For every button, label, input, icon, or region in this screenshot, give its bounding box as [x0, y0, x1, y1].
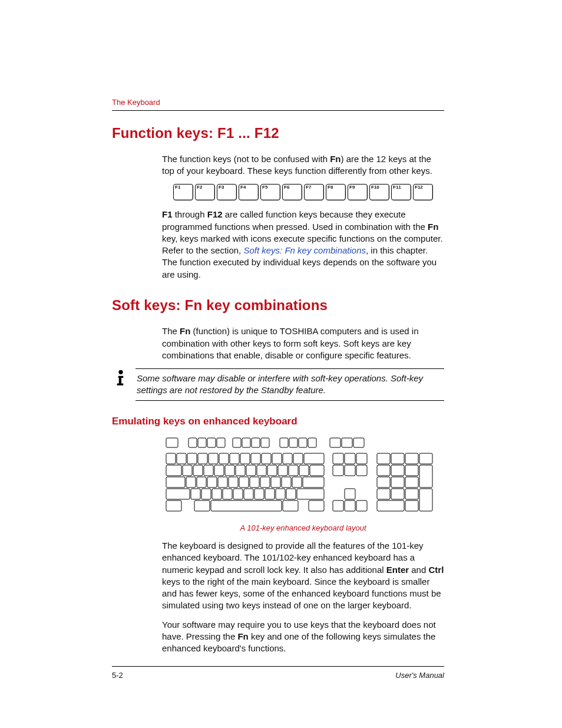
- svg-rect-43: [299, 465, 309, 476]
- svg-rect-59: [191, 489, 200, 499]
- svg-rect-62: [223, 489, 232, 499]
- svg-rect-58: [166, 489, 190, 499]
- svg-rect-54: [271, 477, 280, 487]
- running-header: The Keyboard: [112, 97, 444, 108]
- svg-rect-98: [405, 489, 418, 499]
- svg-rect-16: [353, 438, 364, 447]
- svg-rect-89: [377, 465, 390, 476]
- svg-rect-23: [230, 453, 239, 464]
- svg-rect-48: [207, 477, 217, 487]
- emulating-p2: Your software may require you to use key…: [162, 619, 444, 655]
- svg-rect-79: [345, 465, 355, 476]
- svg-rect-45: [166, 477, 185, 487]
- enter-bold: Enter: [386, 565, 409, 575]
- svg-rect-28: [283, 453, 292, 464]
- page-number: 5-2: [112, 670, 123, 681]
- svg-rect-101: [405, 500, 418, 511]
- svg-rect-63: [233, 489, 243, 499]
- footer-rule: [112, 666, 444, 667]
- svg-rect-12: [299, 438, 307, 447]
- keyboard-layout-figure: [162, 437, 444, 519]
- svg-rect-87: [405, 453, 418, 464]
- svg-rect-19: [187, 453, 197, 464]
- svg-rect-68: [286, 489, 296, 499]
- softkeys-crossref-link[interactable]: Soft keys: Fn key combinations: [243, 245, 366, 255]
- svg-rect-4: [207, 438, 216, 447]
- f12-bold: F12: [207, 209, 223, 219]
- svg-rect-6: [233, 438, 241, 447]
- svg-rect-66: [265, 489, 275, 499]
- heading-function-keys: Function keys: F1 ... F12: [112, 124, 444, 143]
- svg-rect-94: [391, 477, 404, 487]
- fkey-f12: F12: [413, 184, 433, 200]
- svg-rect-42: [289, 465, 298, 476]
- svg-rect-71: [194, 500, 210, 511]
- svg-rect-31: [166, 465, 181, 476]
- svg-rect-40: [267, 465, 277, 476]
- emulating-p1: The keyboard is designed to provide all …: [162, 540, 444, 612]
- svg-rect-17: [166, 453, 176, 464]
- svg-rect-57: [303, 477, 324, 487]
- svg-rect-8: [252, 438, 260, 447]
- svg-rect-38: [246, 465, 256, 476]
- svg-rect-55: [282, 477, 291, 487]
- fkey-f9: F9: [348, 184, 368, 200]
- svg-rect-2: [189, 438, 197, 447]
- svg-rect-15: [342, 438, 352, 447]
- fkey-f7: F7: [304, 184, 324, 200]
- svg-rect-41: [278, 465, 287, 476]
- svg-rect-37: [236, 465, 245, 476]
- svg-rect-50: [229, 477, 238, 487]
- fkey-f3: F3: [217, 184, 237, 200]
- svg-rect-46: [186, 477, 196, 487]
- svg-point-0: [118, 370, 123, 374]
- text: The keyboard is designed to provide all …: [162, 541, 424, 575]
- f1-bold: F1: [162, 209, 173, 219]
- svg-rect-27: [272, 453, 282, 464]
- svg-rect-93: [377, 477, 390, 487]
- svg-rect-90: [391, 465, 404, 476]
- svg-rect-64: [244, 489, 253, 499]
- svg-rect-18: [177, 453, 186, 464]
- svg-rect-97: [391, 489, 404, 499]
- fkey-f4: F4: [239, 184, 259, 200]
- svg-rect-96: [377, 489, 390, 499]
- softkeys-intro: The Fn (function) is unique to TOSHIBA c…: [162, 325, 444, 361]
- text: (function) is unique to TOSHIBA computer…: [162, 326, 419, 360]
- svg-rect-67: [276, 489, 285, 499]
- text: The: [162, 326, 180, 336]
- subheading-emulating: Emulating keys on enhanced keyboard: [112, 415, 444, 429]
- svg-rect-13: [308, 438, 316, 447]
- header-rule: [112, 110, 444, 111]
- function-key-row-figure: F1F2F3F4F5F6F7F8F9F10F11F12: [162, 184, 444, 200]
- svg-rect-14: [330, 438, 340, 447]
- svg-rect-80: [356, 465, 367, 476]
- fkey-f8: F8: [326, 184, 346, 200]
- text: The function keys (not to be confused wi…: [162, 154, 330, 164]
- svg-rect-3: [198, 438, 206, 447]
- svg-rect-47: [197, 477, 206, 487]
- figure-caption: A 101-key enhanced keyboard layout: [162, 523, 444, 533]
- svg-rect-76: [345, 453, 355, 464]
- fkey-f2: F2: [195, 184, 215, 200]
- text: keys to the right of the main keyboard. …: [162, 577, 441, 611]
- svg-rect-82: [333, 500, 343, 511]
- svg-rect-83: [345, 500, 355, 511]
- svg-rect-74: [309, 500, 324, 511]
- svg-rect-73: [283, 500, 298, 511]
- text: through: [173, 209, 207, 219]
- svg-rect-33: [193, 465, 203, 476]
- svg-rect-25: [251, 453, 260, 464]
- svg-rect-39: [257, 465, 266, 476]
- svg-rect-51: [239, 477, 249, 487]
- svg-rect-78: [333, 465, 343, 476]
- svg-rect-60: [201, 489, 211, 499]
- svg-rect-52: [250, 477, 259, 487]
- svg-rect-22: [219, 453, 229, 464]
- svg-rect-65: [254, 489, 264, 499]
- fkey-f11: F11: [391, 184, 411, 200]
- fkey-f10: F10: [369, 184, 389, 200]
- svg-rect-7: [242, 438, 250, 447]
- svg-rect-86: [391, 453, 404, 464]
- svg-rect-99: [419, 489, 432, 511]
